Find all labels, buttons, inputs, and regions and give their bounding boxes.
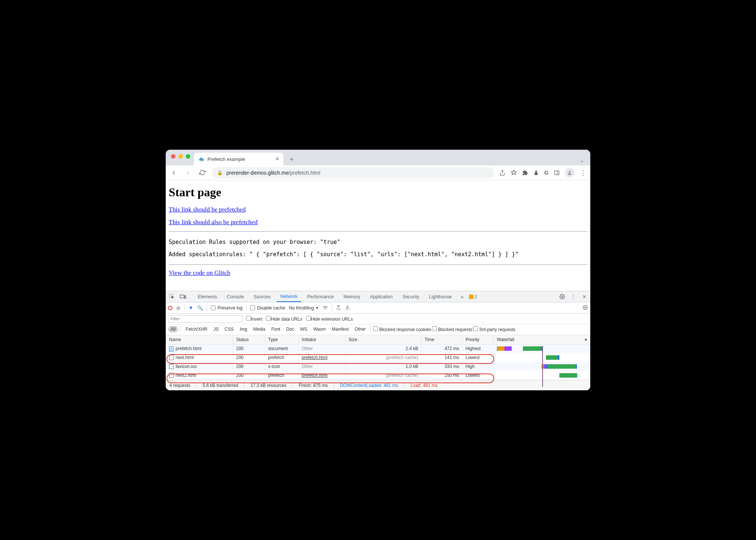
devtools-tab-application[interactable]: Application (366, 291, 396, 302)
devtools-tab-memory[interactable]: Memory (340, 291, 364, 302)
search-icon[interactable]: 🔍 (197, 305, 203, 311)
filter-chip-wasm[interactable]: Wasm (311, 326, 328, 333)
disable-cache-checkbox[interactable]: Disable cache (250, 305, 285, 311)
file-icon (169, 346, 174, 352)
back-button[interactable] (169, 168, 178, 177)
network-status-bar: 4 requests 5.6 kB transferred 17.3 kB re… (166, 380, 590, 390)
filter-chip-ws[interactable]: WS (298, 326, 310, 333)
filter-chip-manifest[interactable]: Manifest (329, 326, 351, 333)
more-tabs-icon[interactable]: » (458, 292, 467, 301)
bookmark-icon[interactable] (511, 169, 517, 176)
chrome-menu-icon[interactable]: ⋮ (580, 169, 587, 177)
column-priority[interactable]: Priority (463, 335, 494, 344)
filter-input[interactable] (168, 315, 242, 323)
column-name[interactable]: Name (166, 335, 233, 344)
filter-chip-img[interactable]: Img (237, 326, 250, 333)
network-toolbar: ⊘ ▼ 🔍 Preserve log Disable cache No thro… (166, 302, 590, 314)
browser-tab[interactable]: 🐟 Prefetch example × (194, 153, 283, 165)
devtools-tab-network[interactable]: Network (277, 291, 301, 302)
filter-chip-media[interactable]: Media (251, 326, 268, 333)
initiator-link[interactable]: prefetch.html (302, 373, 327, 378)
maximize-window-button[interactable] (186, 154, 190, 159)
svg-rect-4 (180, 295, 184, 298)
devtools-tab-elements[interactable]: Elements (194, 291, 221, 302)
status-requests: 4 requests (169, 383, 190, 388)
clear-button[interactable]: ⊘ (176, 305, 181, 311)
network-settings-icon[interactable] (582, 305, 588, 311)
devtools-tab-console[interactable]: Console (223, 291, 248, 302)
favicon-icon: 🐟 (198, 156, 204, 162)
column-type[interactable]: Type (265, 335, 299, 344)
blocked-requests-checkbox[interactable]: Blocked requests (432, 326, 472, 332)
window-controls (169, 150, 194, 165)
filter-chip-all[interactable]: All (168, 326, 178, 333)
close-tab-icon[interactable]: × (276, 156, 279, 162)
settings-icon[interactable] (558, 292, 566, 301)
filter-chip-other[interactable]: Other (352, 326, 368, 333)
filter-chip-font[interactable]: Font (269, 326, 283, 333)
third-party-checkbox[interactable]: 3rd-party requests (473, 326, 515, 332)
tab-strip: 🐟 Prefetch example × ＋ ⌄ (166, 150, 590, 165)
prefetch-link-2[interactable]: This link should also be prefetched (169, 219, 587, 226)
devtools-panel: ElementsConsoleSourcesNetworkPerformance… (166, 291, 590, 390)
toolbar-actions: G ⋮ (499, 168, 587, 178)
device-toggle-icon[interactable] (178, 292, 187, 301)
close-devtools-icon[interactable]: × (580, 292, 589, 301)
network-row[interactable]: next.html200prefetchprefetch.html(prefet… (166, 353, 590, 362)
filter-chip-js[interactable]: JS (211, 326, 221, 333)
network-row[interactable]: favicon.ico200x-iconOther1.0 kB333 msHig… (166, 362, 590, 371)
google-icon[interactable]: G (544, 169, 549, 176)
invert-checkbox[interactable]: Invert (246, 316, 262, 322)
svg-point-8 (583, 305, 587, 309)
profile-avatar[interactable] (565, 168, 575, 178)
devtools-tab-lighthouse[interactable]: Lighthouse (425, 291, 455, 302)
network-conditions-icon[interactable] (323, 305, 328, 311)
initiator-link[interactable]: prefetch.html (302, 355, 327, 360)
lock-icon: 🔒 (217, 170, 223, 175)
reload-button[interactable] (198, 168, 207, 177)
devtools-menu-icon[interactable]: ⋮ (569, 292, 578, 301)
devtools-tab-security[interactable]: Security (399, 291, 423, 302)
warnings-badge[interactable]: 2 (469, 294, 477, 299)
prefetch-link-1[interactable]: This link should be prefetched (169, 206, 587, 213)
network-row[interactable]: prefetch.html200documentOther2.4 kB472 m… (166, 344, 590, 353)
new-tab-button[interactable]: ＋ (286, 154, 297, 164)
labs-icon[interactable] (533, 170, 539, 176)
column-size[interactable]: Size (346, 335, 422, 344)
sidepanel-icon[interactable] (554, 170, 560, 176)
url-text: prerender-demos.glitch.me/prefetch.html (226, 170, 320, 176)
filter-chip-css[interactable]: CSS (222, 326, 236, 333)
inspect-icon[interactable] (167, 292, 176, 301)
hide-extension-urls-checkbox[interactable]: Hide extension URLs (306, 316, 353, 322)
import-har-icon[interactable] (345, 305, 350, 311)
tabs-dropdown-icon[interactable]: ⌄ (580, 157, 584, 163)
devtools-tab-performance[interactable]: Performance (304, 291, 338, 302)
glitch-code-link[interactable]: View the code on Glitch (169, 269, 587, 277)
filter-toggle-icon[interactable]: ▼ (188, 305, 193, 311)
file-icon (169, 364, 174, 369)
export-har-icon[interactable] (336, 305, 341, 311)
share-icon[interactable] (499, 170, 505, 176)
throttling-select[interactable]: No throttling▼ (289, 305, 319, 311)
extensions-icon[interactable] (522, 170, 528, 176)
column-time[interactable]: Time (422, 335, 463, 344)
divider (169, 264, 587, 265)
close-window-button[interactable] (171, 154, 175, 159)
record-button[interactable] (168, 306, 172, 310)
svg-point-2 (569, 171, 571, 172)
column-status[interactable]: Status (233, 335, 265, 344)
hide-data-urls-checkbox[interactable]: Hide data URLs (266, 316, 302, 322)
preserve-log-checkbox[interactable]: Preserve log (211, 305, 242, 311)
address-bar[interactable]: 🔒 prerender-demos.glitch.me/prefetch.htm… (212, 167, 494, 178)
column-waterfall[interactable]: Waterfall▲ (494, 335, 590, 344)
filter-chip-doc[interactable]: Doc (283, 326, 296, 333)
blocked-cookies-checkbox[interactable]: Blocked response cookies (373, 326, 431, 332)
devtools-tab-sources[interactable]: Sources (250, 291, 274, 302)
network-row[interactable]: next2.html200prefetchprefetch.html(prefe… (166, 371, 590, 380)
column-initiator[interactable]: Initiator (299, 335, 346, 344)
minimize-window-button[interactable] (178, 154, 183, 159)
forward-button[interactable] (184, 168, 193, 177)
network-table-wrap: NameStatusTypeInitiatorSizeTimePriorityW… (166, 335, 590, 380)
filter-chip-fetch-xhr[interactable]: Fetch/XHR (183, 326, 210, 333)
status-transferred: 5.6 kB transferred (203, 383, 238, 388)
